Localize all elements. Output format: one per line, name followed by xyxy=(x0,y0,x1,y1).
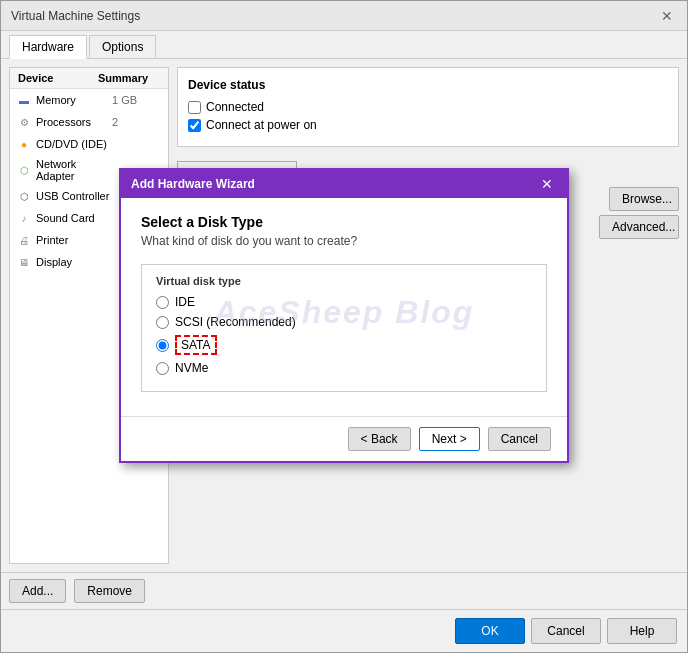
dialog-cancel-button[interactable]: Cancel xyxy=(488,427,551,451)
window-footer: OK Cancel Help xyxy=(1,609,687,652)
radio-ide-label[interactable]: IDE xyxy=(175,295,195,309)
tab-bar: Hardware Options xyxy=(1,31,687,59)
radio-sata-label[interactable]: SATA xyxy=(175,335,217,355)
bottom-buttons: Add... Remove xyxy=(1,572,687,609)
dialog-body: Select a Disk Type What kind of disk do … xyxy=(121,198,567,416)
title-bar: Virtual Machine Settings ✕ xyxy=(1,1,687,31)
dialog-footer: < Back Next > Cancel xyxy=(121,416,567,461)
remove-button[interactable]: Remove xyxy=(74,579,145,603)
radio-row-ide: IDE xyxy=(156,295,532,309)
radio-nvme-label[interactable]: NVMe xyxy=(175,361,208,375)
cancel-button[interactable]: Cancel xyxy=(531,618,601,644)
dialog-subheading: What kind of disk do you want to create? xyxy=(141,234,547,248)
ok-button[interactable]: OK xyxy=(455,618,525,644)
dialog-heading: Select a Disk Type xyxy=(141,214,547,230)
radio-scsi-label[interactable]: SCSI (Recommended) xyxy=(175,315,296,329)
main-content: Device Summary ▬ Memory 1 GB ⚙ Processor… xyxy=(1,59,687,572)
disk-type-label: Virtual disk type xyxy=(156,275,532,287)
radio-nvme[interactable] xyxy=(156,362,169,375)
tab-hardware[interactable]: Hardware xyxy=(9,35,87,59)
radio-scsi[interactable] xyxy=(156,316,169,329)
tab-options[interactable]: Options xyxy=(89,35,156,58)
radio-row-nvme: NVMe xyxy=(156,361,532,375)
dialog-overlay: Add Hardware Wizard ✕ Select a Disk Type… xyxy=(1,59,687,572)
dialog-title: Add Hardware Wizard xyxy=(131,177,255,191)
add-button[interactable]: Add... xyxy=(9,579,66,603)
main-window: Virtual Machine Settings ✕ Hardware Opti… xyxy=(0,0,688,653)
radio-row-scsi: SCSI (Recommended) xyxy=(156,315,532,329)
dialog-close-button[interactable]: ✕ xyxy=(537,176,557,192)
help-button[interactable]: Help xyxy=(607,618,677,644)
sata-highlight: SATA xyxy=(175,335,217,355)
back-button[interactable]: < Back xyxy=(348,427,411,451)
dialog-title-bar: Add Hardware Wizard ✕ xyxy=(121,170,567,198)
radio-sata[interactable] xyxy=(156,339,169,352)
disk-type-box: Virtual disk type IDE SCSI (Recommended) xyxy=(141,264,547,392)
next-button[interactable]: Next > xyxy=(419,427,480,451)
add-hardware-wizard-dialog: Add Hardware Wizard ✕ Select a Disk Type… xyxy=(119,168,569,463)
window-close-button[interactable]: ✕ xyxy=(657,8,677,24)
radio-row-sata: SATA xyxy=(156,335,532,355)
window-title: Virtual Machine Settings xyxy=(11,9,140,23)
radio-ide[interactable] xyxy=(156,296,169,309)
scsi-note: (Recommended) xyxy=(203,315,296,329)
